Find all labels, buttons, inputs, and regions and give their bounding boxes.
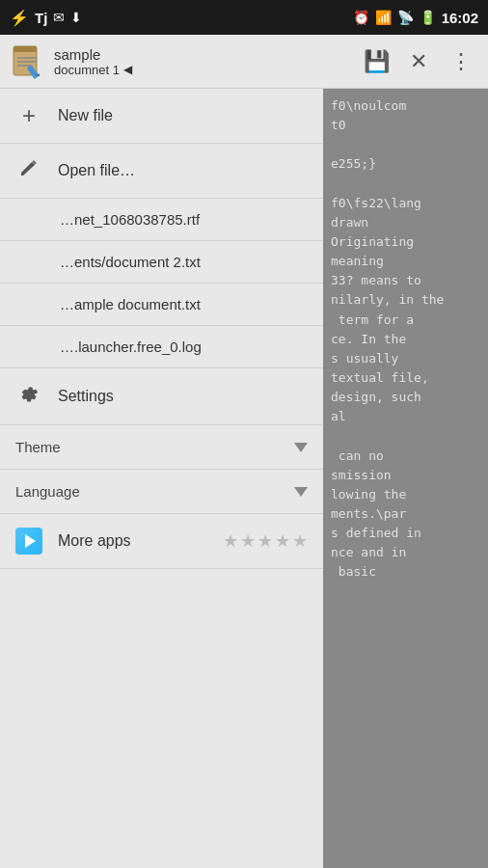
- editor-text: f0\noulcom t0 e255;} f0\fs22\lang drawn …: [331, 96, 480, 583]
- t-icon: Tj: [35, 10, 47, 26]
- star-3: ★: [258, 530, 273, 552]
- play-store-icon: [15, 528, 42, 555]
- theme-label: Theme: [15, 439, 61, 455]
- sidebar-item-open-file[interactable]: Open file…: [0, 144, 323, 199]
- app-logo: [8, 42, 46, 81]
- editor-panel[interactable]: f0\noulcom t0 e255;} f0\fs22\lang drawn …: [323, 89, 488, 868]
- settings-label: Settings: [58, 388, 114, 405]
- language-label: Language: [15, 483, 80, 500]
- recent-file-0[interactable]: …net_1068038785.rtf: [0, 199, 323, 241]
- signal-icon: 📡: [397, 10, 414, 25]
- document-subtitle: documnet 1 ◀: [54, 63, 357, 77]
- sidebar-item-more-apps[interactable]: More apps ★ ★ ★ ★ ★: [0, 514, 323, 569]
- main-content: + New file Open file… …net_1068038785.rt…: [0, 89, 488, 868]
- title-bar-actions: 💾 ✕ ⋮: [357, 42, 480, 81]
- document-title: sample: [54, 46, 357, 63]
- recent-file-3[interactable]: ….launcher.free_0.log: [0, 326, 323, 368]
- new-file-label: New file: [58, 107, 113, 124]
- battery-icon: 🔋: [420, 10, 436, 25]
- more-apps-label: More apps: [58, 532, 131, 550]
- sidebar-item-language[interactable]: Language: [0, 470, 323, 514]
- open-file-label: Open file…: [58, 162, 135, 179]
- sidebar-item-settings[interactable]: Settings: [0, 368, 323, 425]
- gear-icon: [15, 382, 42, 411]
- status-right-icons: ⏰ 📶 📡 🔋 16:02: [353, 10, 478, 26]
- svg-rect-2: [14, 46, 37, 52]
- nav-arrow-icon: ◀: [123, 63, 132, 76]
- wifi-icon: 📶: [375, 10, 392, 25]
- status-left-icons: ⚡ Tj ✉ ⬇: [10, 9, 82, 27]
- theme-dropdown-arrow: [294, 443, 308, 452]
- star-4: ★: [275, 530, 290, 552]
- title-bar-text: sample documnet 1 ◀: [54, 46, 357, 77]
- download-icon: ⬇: [70, 10, 82, 25]
- email-icon: ✉: [53, 10, 65, 25]
- language-dropdown-arrow: [294, 487, 308, 497]
- recent-file-2[interactable]: …ample document.txt: [0, 284, 323, 326]
- title-bar: sample documnet 1 ◀ 💾 ✕ ⋮: [0, 35, 488, 89]
- sidebar-drawer: + New file Open file… …net_1068038785.rt…: [0, 89, 323, 868]
- stars-container: ★ ★ ★ ★ ★: [223, 530, 308, 552]
- star-2: ★: [240, 530, 256, 552]
- star-1: ★: [223, 530, 238, 552]
- save-button[interactable]: 💾: [357, 42, 395, 81]
- overflow-menu-button[interactable]: ⋮: [442, 42, 480, 81]
- usb-icon: ⚡: [10, 9, 29, 27]
- time-display: 16:02: [442, 10, 478, 26]
- sidebar-item-new-file[interactable]: + New file: [0, 89, 323, 144]
- pencil-icon: [15, 157, 42, 184]
- star-5: ★: [292, 530, 308, 552]
- status-bar: ⚡ Tj ✉ ⬇ ⏰ 📶 📡 🔋 16:02: [0, 0, 488, 35]
- close-button[interactable]: ✕: [399, 42, 438, 81]
- recent-file-1[interactable]: …ents/document 2.txt: [0, 241, 323, 284]
- plus-icon: +: [15, 102, 42, 129]
- alarm-icon: ⏰: [353, 10, 369, 25]
- sidebar-item-theme[interactable]: Theme: [0, 425, 323, 470]
